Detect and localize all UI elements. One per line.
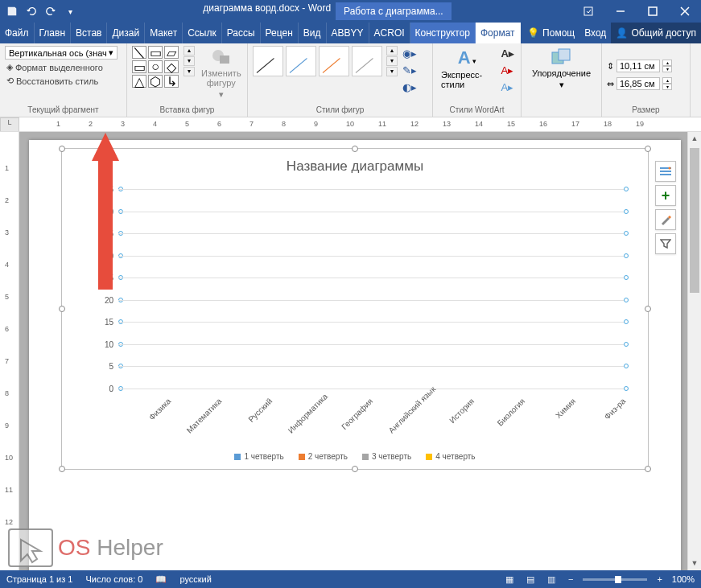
zoom-slider[interactable] <box>583 578 647 581</box>
tab-insert[interactable]: Встав <box>71 23 107 43</box>
bulb-icon: 💡 <box>527 27 539 39</box>
chart-object[interactable]: Название диаграммы 051015202530354045 Фи… <box>61 148 649 470</box>
chart-styles-button[interactable] <box>655 209 676 230</box>
text-fill-button[interactable]: A▸ <box>501 47 514 60</box>
resize-handle[interactable] <box>59 146 65 152</box>
tab-view[interactable]: Вид <box>299 23 327 43</box>
vertical-scrollbar[interactable]: ▲ ▼ <box>687 132 701 570</box>
wordart-styles-button[interactable]: A▾ Экспресс-стили <box>438 46 497 91</box>
chart-plot-area[interactable]: 051015202530354045 <box>118 189 624 389</box>
language-indicator[interactable]: русский <box>179 574 211 584</box>
zoom-in-button[interactable]: + <box>654 574 665 584</box>
tab-review[interactable]: Рецен <box>261 23 299 43</box>
svg-point-10 <box>669 167 671 170</box>
legend-item[interactable]: 1 четверть <box>234 452 283 461</box>
document-page[interactable]: Название диаграммы 051015202530354045 Фи… <box>29 140 681 570</box>
ribbon-options-button[interactable] <box>572 0 604 23</box>
scroll-thumb[interactable] <box>690 148 699 293</box>
proofing-icon[interactable]: 📖 <box>155 574 167 585</box>
chart-layout-options-button[interactable] <box>655 161 676 182</box>
tab-chart-design[interactable]: Конструктор <box>410 23 476 43</box>
tell-me-button[interactable]: 💡Помощ <box>522 23 579 43</box>
word-count[interactable]: Число слов: 0 <box>85 574 142 584</box>
ribbon: Вертикальная ось (знач▾ ◈Формат выделенн… <box>0 43 701 117</box>
page-indicator[interactable]: Страница 1 из 1 <box>6 574 72 584</box>
width-input[interactable]: 16,85 см <box>616 77 660 90</box>
save-button[interactable] <box>3 2 21 20</box>
ruler-corner[interactable]: L <box>0 117 19 132</box>
web-layout-button[interactable]: ▥ <box>544 574 559 585</box>
reset-icon: ⟲ <box>6 76 14 86</box>
tab-layout[interactable]: Макет <box>145 23 183 43</box>
read-mode-button[interactable]: ▦ <box>502 574 517 585</box>
sign-in-button[interactable]: Вход <box>579 23 611 43</box>
chart-title[interactable]: Название диаграммы <box>62 149 648 181</box>
legend-item[interactable]: 2 четверть <box>299 452 348 461</box>
resize-handle[interactable] <box>352 466 358 472</box>
shape-fill-button[interactable]: ◉▸ <box>402 47 417 60</box>
shape-effects-button[interactable]: ◐▸ <box>402 81 417 93</box>
arrange-button[interactable]: Упорядочение▾ <box>529 46 594 92</box>
redo-button[interactable] <box>42 2 60 20</box>
text-outline-button[interactable]: A▸ <box>501 64 514 76</box>
close-button[interactable] <box>669 0 701 23</box>
resize-handle[interactable] <box>645 306 651 312</box>
svg-rect-6 <box>559 49 570 60</box>
document-title: диаграмма ворд.docx - Word <box>203 2 331 20</box>
format-selection-button[interactable]: ◈Формат выделенного <box>5 61 105 73</box>
share-button[interactable]: 👤 Общий доступ <box>611 23 701 43</box>
share-icon: 👤 <box>616 27 628 39</box>
tab-abbyy[interactable]: ABBYY <box>327 23 369 43</box>
shape-gallery[interactable]: ＼▭▱ ▭○◇ △⬡↳ <box>132 46 179 88</box>
group-label-arrange <box>526 113 596 114</box>
svg-rect-4 <box>220 56 229 64</box>
chart-element-dropdown[interactable]: Вертикальная ось (знач▾ <box>5 46 118 60</box>
reset-style-button[interactable]: ⟲Восстановить стиль <box>5 75 100 87</box>
legend-item[interactable]: 3 четверть <box>362 452 411 461</box>
scroll-down-button[interactable]: ▼ <box>688 557 701 570</box>
shape-gallery-scroll[interactable]: ▴▾▾ <box>183 46 195 76</box>
svg-rect-2 <box>649 7 657 15</box>
print-layout-button[interactable]: ▤ <box>523 574 538 585</box>
tab-mailings[interactable]: Рассы <box>222 23 261 43</box>
change-shape-icon <box>210 47 233 67</box>
tab-design[interactable]: Дизай <box>107 23 145 43</box>
tab-home[interactable]: Главн <box>35 23 72 43</box>
chart-x-axis[interactable]: ФизикаМатематикаРусскийИнформатикаГеогра… <box>118 390 624 432</box>
tab-references[interactable]: Ссылк <box>183 23 222 43</box>
width-spinner[interactable]: ▴▾ <box>662 77 672 90</box>
resize-handle[interactable] <box>59 306 65 312</box>
tab-chart-format[interactable]: Формат <box>476 23 521 43</box>
chart-elements-button[interactable]: + <box>655 185 676 206</box>
scroll-up-button[interactable]: ▲ <box>688 132 701 146</box>
height-spinner[interactable]: ▴▾ <box>662 60 672 72</box>
zoom-level[interactable]: 100% <box>672 574 695 584</box>
minimize-button[interactable] <box>604 0 637 23</box>
chart-side-buttons: + <box>655 161 676 254</box>
resize-handle[interactable] <box>645 146 651 152</box>
shape-styles-gallery[interactable]: ▴▾▾ <box>253 46 398 76</box>
height-input[interactable]: 10,11 см <box>616 60 660 72</box>
qat-customize-button[interactable]: ▾ <box>61 2 79 20</box>
tab-file[interactable]: Файл <box>0 23 35 43</box>
chart-y-axis[interactable]: 051015202530354045 <box>94 189 115 389</box>
svg-rect-0 <box>584 7 592 15</box>
chart-legend[interactable]: 1 четверть2 четверть3 четверть4 четверть <box>62 452 648 461</box>
text-effects-button[interactable]: A▸ <box>501 81 514 93</box>
group-label-insert-shapes: Вставка фигур <box>132 104 242 114</box>
x-axis-label[interactable]: Физ-ра <box>589 397 651 458</box>
horizontal-ruler[interactable]: L 12345678910111213141516171819 <box>0 117 701 132</box>
vertical-ruler[interactable]: 123456789101112 <box>0 132 19 570</box>
chart-filters-button[interactable] <box>655 233 676 254</box>
zoom-out-button[interactable]: − <box>565 574 576 584</box>
maximize-button[interactable] <box>637 0 669 23</box>
width-input-row: ⇔ 16,85 см ▴▾ <box>607 77 672 90</box>
legend-item[interactable]: 4 четверть <box>426 452 475 461</box>
undo-button[interactable] <box>23 2 40 20</box>
resize-handle[interactable] <box>645 466 651 472</box>
tab-acrobat[interactable]: ACROI <box>369 23 410 43</box>
shape-outline-button[interactable]: ✎▸ <box>402 64 417 76</box>
chart-bars[interactable] <box>118 189 624 389</box>
resize-handle[interactable] <box>352 146 358 152</box>
resize-handle[interactable] <box>59 466 65 472</box>
